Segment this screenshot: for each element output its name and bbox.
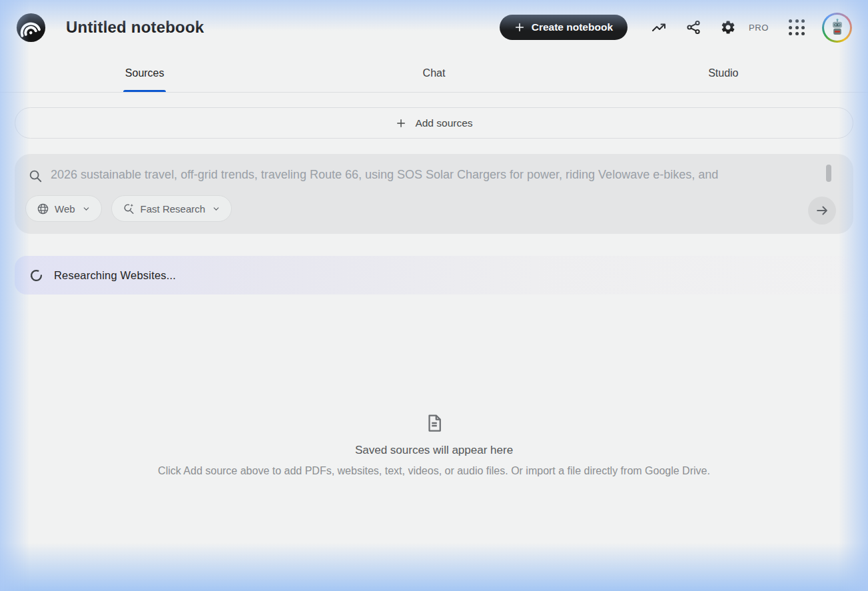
- fast-research-chip[interactable]: Fast Research: [111, 195, 232, 222]
- tab-sources[interactable]: Sources: [0, 55, 289, 92]
- discover-sources-box: Web Fast Research: [15, 154, 853, 234]
- tab-chat-label: Chat: [423, 67, 446, 79]
- plus-icon: [514, 22, 525, 33]
- tab-studio[interactable]: Studio: [579, 55, 868, 92]
- search-option-chips: Web Fast Research: [25, 195, 840, 222]
- input-scrollbar-thumb[interactable]: [826, 165, 831, 182]
- google-apps-icon[interactable]: [789, 19, 805, 35]
- research-status-text: Researching Websites...: [54, 269, 176, 282]
- header-actions: Create notebook PRO: [500, 13, 852, 43]
- web-source-chip[interactable]: Web: [25, 195, 102, 222]
- sources-panel: Add sources Web: [0, 93, 868, 477]
- web-chip-label: Web: [55, 203, 75, 215]
- research-sparkle-icon: [123, 203, 135, 215]
- search-icon: [28, 169, 43, 183]
- avatar-robot-image: [824, 15, 850, 41]
- arrow-right-icon: [815, 203, 829, 218]
- add-sources-label: Add sources: [415, 117, 472, 129]
- create-notebook-label: Create notebook: [532, 21, 613, 33]
- submit-search-button[interactable]: [808, 197, 836, 225]
- empty-state-description: Click Add source above to add PDFs, webs…: [15, 465, 853, 477]
- pro-badge: PRO: [749, 23, 769, 33]
- main-tabs: Sources Chat Studio: [0, 55, 868, 93]
- sources-empty-state: Saved sources will appear here Click Add…: [15, 413, 853, 477]
- tab-studio-label: Studio: [708, 67, 738, 79]
- fast-research-chip-label: Fast Research: [141, 203, 206, 215]
- loading-spinner-icon: [29, 269, 43, 283]
- edge-glow-bottom: [0, 543, 868, 591]
- app-header: Untitled notebook Create notebook PRO: [0, 0, 868, 55]
- chevron-down-icon: [212, 205, 220, 213]
- analytics-trending-icon[interactable]: [650, 19, 667, 36]
- share-icon[interactable]: [685, 19, 702, 36]
- active-tab-underline: [123, 90, 166, 92]
- research-status-bar: Researching Websites...: [15, 256, 853, 295]
- user-avatar[interactable]: [822, 13, 852, 43]
- empty-state-title: Saved sources will appear here: [15, 444, 853, 457]
- settings-gear-icon[interactable]: [719, 19, 737, 36]
- tab-sources-label: Sources: [125, 67, 165, 79]
- tab-chat[interactable]: Chat: [289, 55, 578, 92]
- document-icon: [424, 413, 444, 433]
- chevron-down-icon: [82, 205, 91, 213]
- plus-icon: [395, 117, 407, 129]
- create-notebook-button[interactable]: Create notebook: [500, 15, 628, 40]
- globe-icon: [37, 203, 49, 215]
- add-sources-button[interactable]: Add sources: [15, 107, 853, 139]
- notebook-title[interactable]: Untitled notebook: [66, 18, 204, 37]
- discover-sources-input[interactable]: [51, 165, 840, 185]
- notebooklm-logo-icon[interactable]: [16, 13, 46, 43]
